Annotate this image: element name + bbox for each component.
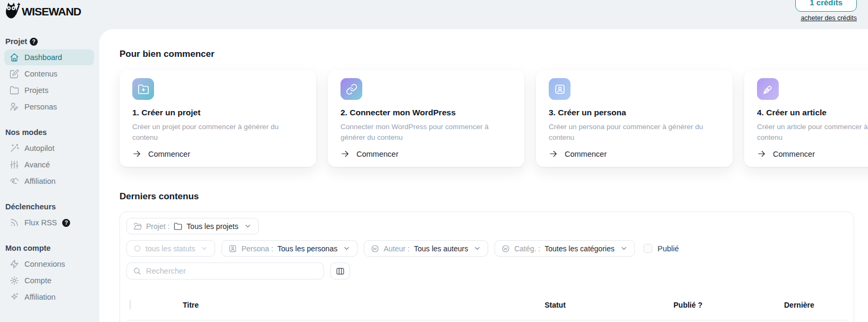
columns-icon xyxy=(336,267,345,276)
onboarding-title: Pour bien commencer xyxy=(120,49,868,60)
commencer-link[interactable]: Commencer xyxy=(341,149,512,158)
filter-row-secondary: tous les statuts Persona : Tous les pers… xyxy=(126,240,847,257)
arrow-right-icon xyxy=(341,149,350,158)
published-label: Publié xyxy=(658,244,679,253)
sidebar-item-affiliation-mode[interactable]: Affiliation xyxy=(4,173,94,189)
sidebar-item-autopilot[interactable]: Autopilot xyxy=(4,140,94,156)
card-connecter-wordpress[interactable]: 2. Connecter mon WordPress Connecter mon… xyxy=(328,70,524,167)
project-filter-dropdown[interactable]: Projet : Tous les projets xyxy=(126,218,259,234)
edit-icon xyxy=(10,69,19,79)
sidebar-item-label: Autopilot xyxy=(24,144,54,152)
filter-value: Tous les projets xyxy=(186,222,238,231)
topbar: WISEWAND 1 crédits acheter des crédits xyxy=(0,0,868,29)
folder-plus-icon xyxy=(132,78,154,100)
column-header-titre[interactable]: Titre xyxy=(148,301,489,309)
owl-wand-icon xyxy=(4,2,20,21)
sidebar-item-contenus[interactable]: Contenus xyxy=(4,66,94,82)
card-creer-article[interactable]: 4. Créer un article Créer un article pou… xyxy=(744,70,868,167)
sidebar-item-label: Dashboard xyxy=(24,53,62,62)
select-all-checkbox[interactable] xyxy=(130,300,131,310)
commencer-link[interactable]: Commencer xyxy=(549,149,720,158)
cta-label: Commencer xyxy=(148,150,190,158)
card-title: 1. Créer un projet xyxy=(132,108,303,117)
persona-badge-icon xyxy=(228,244,237,253)
commencer-link[interactable]: Commencer xyxy=(132,149,303,158)
column-header-publie[interactable]: Publié ? xyxy=(622,301,754,309)
search-row xyxy=(126,262,847,279)
status-filter-dropdown[interactable]: tous les statuts xyxy=(126,240,215,257)
arrow-right-icon xyxy=(132,149,141,158)
filter-value: Tous les auteurs xyxy=(414,244,468,253)
chevron-down-icon xyxy=(343,244,351,252)
filter-value: tous les statuts xyxy=(146,244,195,253)
sidebar-item-label: Affiliation xyxy=(24,293,56,301)
card-creer-projet[interactable]: 1. Créer un projet Créer un projet pour … xyxy=(120,70,316,167)
card-description: Créer un article pour commencer à génére… xyxy=(757,122,868,142)
sidebar-item-label: Personas xyxy=(24,103,57,111)
filter-row-project: Projet : Tous les projets xyxy=(126,218,847,234)
contents-title: Derniers contenus xyxy=(120,191,868,202)
help-icon[interactable]: ? xyxy=(30,38,38,46)
user-edit-icon xyxy=(10,102,19,112)
published-checkbox[interactable] xyxy=(643,244,652,253)
filter-value: Toutes les catégories xyxy=(544,244,615,253)
sidebar-item-label: Compte xyxy=(24,276,52,285)
help-icon[interactable]: ? xyxy=(62,219,70,227)
sidebar-item-flux-rss[interactable]: Flux RSS ? xyxy=(4,215,94,231)
sidebar-item-affiliation-compte[interactable]: Affiliation xyxy=(4,289,94,305)
search-box xyxy=(126,262,324,279)
section-title-label: Projet xyxy=(5,37,27,46)
sidebar-item-projets[interactable]: Projets xyxy=(4,82,94,98)
sidebar-item-compte[interactable]: Compte xyxy=(4,273,94,289)
pen-nib-icon xyxy=(757,78,779,100)
sidebar-item-personas[interactable]: Personas xyxy=(4,99,94,115)
wordpress-icon xyxy=(371,244,379,253)
section-title-label: Nos modes xyxy=(5,128,47,137)
credits-area: 1 crédits acheter des crédits xyxy=(795,0,857,22)
arrow-right-icon xyxy=(549,149,558,158)
brand-logo: WISEWAND xyxy=(4,2,81,21)
buy-credits-link[interactable]: acheter des crédits xyxy=(801,14,857,22)
sidebar-section-modes: Nos modes xyxy=(4,125,94,140)
header-checkbox-cell xyxy=(126,300,148,310)
sidebar-item-label: Avancé xyxy=(24,160,50,169)
main-panel: Pour bien commencer 1. Créer un projet C… xyxy=(99,29,868,322)
section-title-label: Mon compte xyxy=(5,244,50,252)
sidebar: Projet ? Dashboard Contenus Projets Pers… xyxy=(0,29,99,322)
chevron-down-icon xyxy=(620,244,628,252)
card-title: 3. Créer un persona xyxy=(549,108,720,117)
filter-label: Projet : xyxy=(146,222,169,231)
column-header-derniere[interactable]: Dernière xyxy=(754,301,847,309)
persona-filter-dropdown[interactable]: Persona : Tous les personas xyxy=(222,240,358,257)
sidebar-item-label: Flux RSS xyxy=(24,218,57,227)
sparkle-icon xyxy=(10,292,19,302)
home-icon xyxy=(10,53,19,62)
filter-value: Tous les personas xyxy=(277,244,337,253)
card-title: 2. Connecter mon WordPress xyxy=(341,108,512,117)
sidebar-item-connexions[interactable]: Connexions xyxy=(4,256,94,272)
wordpress-icon xyxy=(501,244,510,253)
chevron-down-icon xyxy=(200,244,208,252)
category-filter-dropdown[interactable]: Catég. : Toutes les catégories xyxy=(495,240,635,257)
sidebar-section-projet: Projet ? xyxy=(4,35,94,49)
card-description: Connecter mon WordPress pour commencer à… xyxy=(341,122,512,142)
search-input[interactable] xyxy=(146,267,318,275)
card-title: 4. Créer un article xyxy=(757,108,868,117)
commencer-link[interactable]: Commencer xyxy=(757,149,868,158)
circle-icon xyxy=(133,244,141,252)
author-filter-dropdown[interactable]: Auteur : Tous les auteurs xyxy=(364,240,488,257)
section-title-label: Déclencheurs xyxy=(5,202,56,211)
sidebar-item-label: Affiliation xyxy=(24,177,56,185)
card-creer-persona[interactable]: 3. Créer un persona Créer un persona pou… xyxy=(536,70,733,167)
columns-toggle-button[interactable] xyxy=(330,262,350,279)
sidebar-item-avance[interactable]: Avancé xyxy=(4,157,94,173)
cta-label: Commencer xyxy=(773,150,815,158)
search-icon xyxy=(133,267,141,275)
link-icon xyxy=(341,78,362,100)
card-description: Créer un projet pour commencer à générer… xyxy=(132,122,303,142)
credits-button[interactable]: 1 crédits xyxy=(795,0,857,12)
folder-icon xyxy=(174,222,182,231)
column-header-statut[interactable]: Statut xyxy=(489,301,622,309)
folder-icon xyxy=(10,86,19,95)
sidebar-item-dashboard[interactable]: Dashboard xyxy=(4,49,94,65)
